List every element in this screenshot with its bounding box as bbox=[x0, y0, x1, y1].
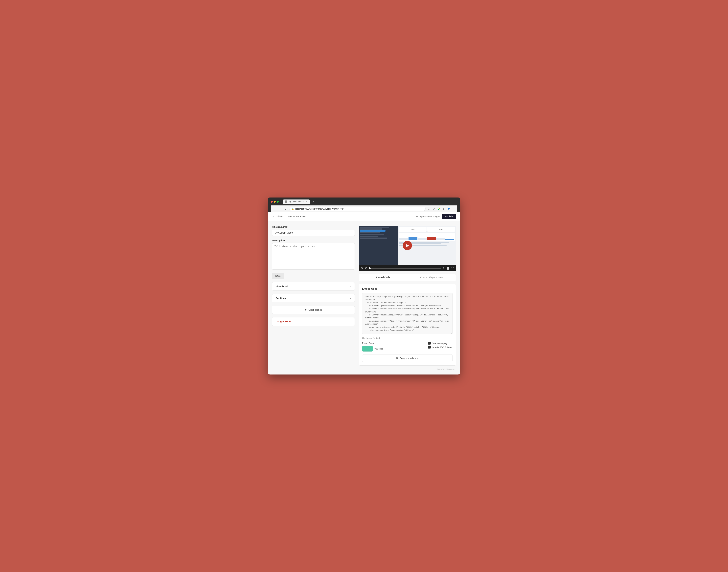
title-label: Title (required) bbox=[272, 226, 355, 228]
active-tab[interactable]: My Custom Video × bbox=[283, 200, 310, 204]
tab-embed-code[interactable]: Embed Code bbox=[359, 274, 407, 281]
color-swatch[interactable] bbox=[362, 346, 373, 352]
embed-panel: Embed Code <div class="op_responsive_pad… bbox=[359, 284, 456, 366]
download-icon[interactable]: ⬇ bbox=[442, 207, 445, 211]
right-panel: $0.11 $16.16 bbox=[359, 226, 456, 370]
seo-label: Include SEO Schema bbox=[432, 346, 453, 349]
lock-icon: 🔒 bbox=[292, 208, 294, 210]
player-color-label: Player Color bbox=[362, 342, 384, 344]
traffic-lights bbox=[271, 201, 279, 203]
left-panel: Title (required) Description Save Thumbn… bbox=[272, 226, 355, 370]
customize-embed-label: Customize Embed bbox=[362, 337, 453, 339]
captions-icon[interactable]: ⬜ bbox=[447, 267, 449, 270]
sidebar-toggle-icon[interactable]: ⊞ bbox=[272, 215, 275, 218]
clear-caches-label: Clear caches bbox=[309, 308, 322, 311]
reload-button[interactable]: ↻ bbox=[283, 207, 287, 211]
tab-close-button[interactable]: × bbox=[306, 201, 308, 203]
publish-button[interactable]: Publish bbox=[442, 214, 456, 219]
autoplay-checkbox-row: ✓ Enable autoplay bbox=[428, 342, 453, 345]
browser-toolbar-icons: ☆ 🛡 🧩 ⬇ 👤 ⋮ bbox=[427, 207, 455, 211]
subtitles-label: Subtitles bbox=[275, 297, 286, 300]
clear-caches-icon: ↻ bbox=[305, 308, 307, 311]
autoplay-label: Enable autoplay bbox=[432, 342, 447, 345]
danger-zone-section: Danger Zone bbox=[272, 317, 355, 326]
browser-window: My Custom Video × + ← → ↻ 🔒 localhost:30… bbox=[268, 198, 460, 375]
danger-zone-label: Danger Zone bbox=[275, 320, 291, 323]
profile-icon[interactable]: 👤 bbox=[447, 207, 450, 211]
video-progress-bar[interactable] bbox=[369, 268, 441, 269]
nav-buttons: ← → ↻ bbox=[273, 207, 287, 211]
video-progress-thumb bbox=[369, 267, 371, 269]
video-play-button[interactable]: ▶ bbox=[403, 241, 412, 250]
thumbnail-section[interactable]: Thumbnail ∨ bbox=[272, 282, 355, 291]
embed-code-block[interactable]: <div class="op_responsive_padding" style… bbox=[362, 293, 453, 334]
back-button[interactable]: ← bbox=[273, 207, 277, 211]
autoplay-checkmark: ✓ bbox=[429, 342, 430, 344]
subtitles-section[interactable]: Subtitles ∨ bbox=[272, 294, 355, 302]
description-form-group: Description bbox=[272, 239, 355, 270]
tab-title: My Custom Video bbox=[288, 201, 304, 203]
title-form-group: Title (required) bbox=[272, 226, 355, 236]
tab-bar: My Custom Video × + bbox=[283, 200, 316, 204]
browser-content: ⊞ Videos > My Custom Video 21 Unpublishe… bbox=[268, 212, 460, 375]
breadcrumb-current-page: My Custom Video bbox=[288, 215, 306, 218]
new-tab-button[interactable]: + bbox=[311, 200, 316, 204]
unpublished-changes-badge: 21 Unpublished Changes bbox=[416, 215, 440, 218]
copy-embed-button[interactable]: ⧉ Copy embed code bbox=[362, 354, 453, 362]
embed-checkboxes: ✓ Enable autoplay ✓ Include SEO Schema bbox=[428, 342, 453, 349]
tab-favicon bbox=[285, 201, 287, 203]
thumbnail-label: Thumbnail bbox=[275, 285, 288, 288]
header-actions: 21 Unpublished Changes Publish bbox=[416, 214, 456, 219]
copy-embed-label: Copy embed code bbox=[400, 357, 418, 360]
seo-checkmark: ✓ bbox=[429, 346, 430, 348]
settings-icon[interactable]: ⚙ bbox=[443, 267, 445, 270]
play-icon: ▶ bbox=[406, 243, 409, 247]
url-text: localhost:3000/video/9AMp9wVEsThbWpnYPPY… bbox=[295, 208, 343, 210]
player-color-section: Player Color #50c9a5 ✓ Enabl bbox=[362, 342, 453, 352]
address-bar: ← → ↻ 🔒 localhost:3000/video/9AMp9wVEsTh… bbox=[271, 205, 457, 212]
maximize-traffic-light[interactable] bbox=[277, 201, 279, 203]
video-controls: 00:00 ⚙ ⬜ ⛶ bbox=[359, 265, 456, 271]
title-input[interactable] bbox=[272, 230, 355, 236]
extension-icon-1[interactable]: 🛡 bbox=[432, 207, 436, 211]
seo-checkbox-row: ✓ Include SEO Schema bbox=[428, 346, 453, 349]
browser-chrome: My Custom Video × + ← → ↻ 🔒 localhost:30… bbox=[268, 198, 460, 212]
main-content: Title (required) Description Save Thumbn… bbox=[268, 221, 460, 375]
close-traffic-light[interactable] bbox=[271, 201, 273, 203]
minimize-traffic-light[interactable] bbox=[274, 201, 276, 203]
app-header: ⊞ Videos > My Custom Video 21 Unpublishe… bbox=[268, 212, 460, 221]
screenshot-attribution: Screenshot by Xnapper.com bbox=[359, 368, 456, 370]
save-button[interactable]: Save bbox=[272, 273, 284, 279]
description-textarea[interactable] bbox=[272, 243, 355, 270]
embed-tabs: Embed Code Custom Player Assets bbox=[359, 274, 456, 281]
titlebar: My Custom Video × + bbox=[271, 200, 457, 204]
breadcrumb: ⊞ Videos > My Custom Video bbox=[272, 215, 306, 218]
copy-icon: ⧉ bbox=[396, 357, 398, 360]
autoplay-checkbox[interactable]: ✓ bbox=[428, 342, 431, 345]
fullscreen-icon[interactable]: ⛶ bbox=[451, 267, 454, 270]
breadcrumb-separator: > bbox=[285, 215, 286, 218]
extension-icon-2[interactable]: 🧩 bbox=[437, 207, 441, 211]
embed-code-title: Embed Code bbox=[362, 287, 453, 290]
clear-caches-button[interactable]: ↻ Clear caches bbox=[272, 306, 355, 314]
player-color-left: Player Color #50c9a5 bbox=[362, 342, 384, 352]
color-picker-row: #50c9a5 bbox=[362, 346, 384, 352]
video-time: 00:00 bbox=[361, 267, 367, 270]
subtitles-chevron-icon: ∨ bbox=[350, 297, 351, 299]
description-label: Description bbox=[272, 239, 355, 242]
video-container: $0.11 $16.16 bbox=[359, 226, 456, 271]
forward-button[interactable]: → bbox=[278, 207, 282, 211]
menu-icon[interactable]: ⋮ bbox=[452, 207, 455, 211]
thumbnail-chevron-icon: ∨ bbox=[350, 285, 351, 288]
breadcrumb-videos-link[interactable]: Videos bbox=[277, 215, 284, 218]
seo-checkbox[interactable]: ✓ bbox=[428, 346, 431, 349]
bookmark-icon[interactable]: ☆ bbox=[427, 207, 431, 211]
video-thumbnail: $0.11 $16.16 bbox=[359, 226, 456, 265]
color-hex-value: #50c9a5 bbox=[375, 348, 384, 350]
video-control-icons: ⚙ ⬜ ⛶ bbox=[443, 267, 454, 270]
tab-custom-player-assets[interactable]: Custom Player Assets bbox=[407, 274, 456, 281]
sim-sidebar bbox=[359, 226, 398, 265]
url-bar[interactable]: 🔒 localhost:3000/video/9AMp9wVEsThbWpnYP… bbox=[289, 207, 425, 211]
